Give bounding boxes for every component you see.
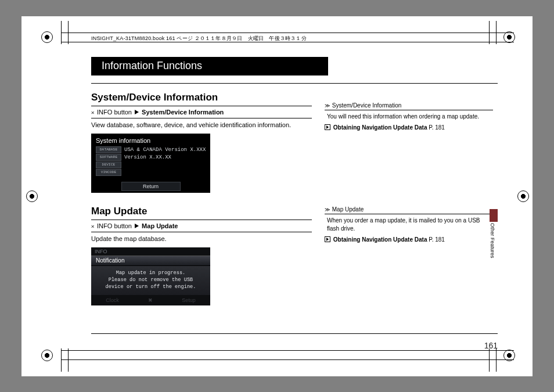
chapter-title: Information Functions: [102, 60, 202, 72]
chevron-icon: ≫: [325, 103, 329, 109]
arrow-icon: [135, 224, 139, 228]
shot2-top-label: INFO: [91, 247, 210, 256]
xref-label: Obtaining Navigation Update Data: [333, 124, 427, 131]
database-value: USA & CANADA Version X.XXX: [124, 147, 206, 153]
xref-link: Obtaining Navigation Update Data P. 181: [325, 236, 493, 243]
sidenote-map-update: ≫ Map Update When you order a map update…: [325, 206, 493, 243]
side-tab-label: Other Features: [490, 223, 495, 258]
side-column: ≫ System/Device Information You will nee…: [325, 86, 493, 306]
nav-prefix: INFO button: [97, 109, 132, 116]
page-number: 161: [484, 341, 498, 350]
info-icon: ⨉: [91, 223, 94, 229]
registration-mark: [503, 31, 515, 43]
nav-target: System/Device Information: [142, 109, 224, 116]
section-heading-system-device: System/Device Information: [91, 92, 312, 103]
notification-title: Notification: [91, 256, 210, 266]
crop-rule: [496, 21, 497, 44]
shot2-bottom-bar: Clock ✖ Setup: [91, 295, 210, 303]
chevron-icon: ≫: [325, 207, 329, 213]
section-body: Update the map database.: [91, 235, 312, 243]
sidenote-body: When you order a map update, it is maile…: [325, 214, 493, 233]
nav-prefix: INFO button: [97, 222, 132, 229]
info-icon: ⨉: [91, 109, 94, 116]
crop-rule: [61, 21, 62, 44]
side-tab: Other Features: [490, 220, 498, 289]
registration-mark: [41, 31, 53, 43]
xref-page: P. 181: [429, 236, 445, 243]
screenshot-map-update: INFO Notification Map update in progress…: [91, 247, 210, 305]
nav-path-system-device: ⨉ INFO button System/Device Information: [91, 109, 312, 116]
notif-line-1: Map update in progress.: [116, 270, 186, 276]
section-body: View database, software, device, and veh…: [91, 121, 312, 129]
banner-underline: [91, 83, 498, 84]
crop-rule: [68, 348, 69, 372]
crop-rule: [61, 348, 62, 372]
notif-line-2: Please do not remove the USB: [109, 277, 193, 283]
side-tab-color: [490, 209, 498, 222]
registration-mark: [517, 190, 529, 202]
software-value: Version X.XX.XX: [124, 154, 171, 160]
footer-rule: [91, 333, 498, 334]
return-button: Return: [121, 182, 181, 191]
xref-link: Obtaining Navigation Update Data P. 181: [325, 124, 493, 131]
sidenote-body: You will need this information when orde…: [325, 110, 493, 121]
notif-line-3: device or turn off the engine.: [105, 284, 196, 290]
xref-page: P. 181: [429, 124, 445, 131]
file-header: INSIGHT_KA-31TM8820.book 161 ページ ２０１１年８月…: [91, 35, 307, 42]
crop-rule: [61, 33, 514, 33]
device-label: DEVICE: [96, 161, 121, 168]
clock-label: Clock: [106, 297, 119, 303]
vincode-label: VINCODE: [96, 169, 121, 176]
section-rule: [91, 106, 312, 106]
nav-rule: [91, 232, 312, 232]
chapter-banner: Information Functions: [91, 57, 328, 75]
screenshot-title: System information: [96, 137, 208, 144]
nav-rule: [91, 118, 312, 118]
screenshot-system-information: System information DATABASE USA & CANADA…: [91, 134, 210, 193]
link-icon: [325, 124, 330, 130]
database-label: DATABASE: [96, 146, 121, 153]
xref-label: Obtaining Navigation Update Data: [333, 236, 427, 243]
sidenote-system-device: ≫ System/Device Information You will nee…: [325, 102, 493, 131]
setup-label: Setup: [182, 297, 196, 303]
page-sheet: INSIGHT_KA-31TM8820.book 161 ページ ２０１１年８月…: [21, 16, 533, 376]
main-column: System/Device Information ⨉ INFO button …: [91, 86, 312, 306]
registration-mark: [41, 350, 53, 361]
crop-rule: [61, 359, 514, 360]
link-icon: [325, 236, 330, 242]
section-heading-map-update: Map Update: [91, 206, 312, 217]
page-content: Information Functions System/Device Info…: [91, 57, 498, 356]
sidenote-title: ≫ Map Update: [325, 206, 493, 214]
nav-path-map-update: ⨉ INFO button Map Update: [91, 222, 312, 229]
setup-wrench-icon: ✖: [148, 297, 153, 303]
sidenote-title: ≫ System/Device Information: [325, 102, 493, 110]
crop-rule: [68, 21, 69, 44]
crop-rule: [489, 21, 490, 44]
software-label: SOFTWARE: [96, 154, 121, 161]
nav-target: Map Update: [142, 222, 178, 229]
section-rule: [91, 220, 312, 220]
notification-body: Map update in progress. Please do not re…: [91, 266, 210, 295]
arrow-icon: [135, 110, 139, 114]
registration-mark: [26, 190, 38, 202]
